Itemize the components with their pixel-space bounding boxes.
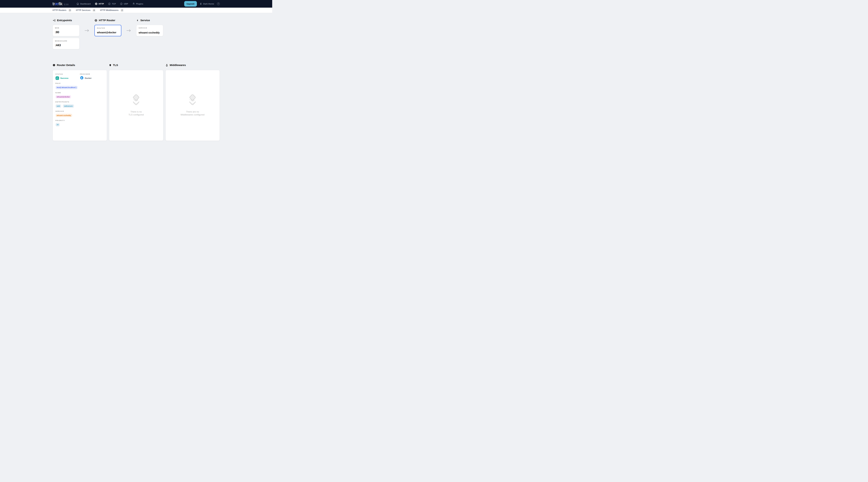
proxy-ball-icon [108, 2, 111, 5]
count-badge: 3 [68, 9, 71, 12]
card-value: :443 [55, 43, 77, 47]
nav-item-label: TCP [112, 3, 116, 5]
middlewares-column: Middlewares There are no Middlewares con… [165, 63, 220, 141]
upgrade-button[interactable]: Upgrade [184, 1, 197, 7]
dark-theme-toggle[interactable]: Dark theme [199, 2, 214, 5]
middlewares-panel: There are no Middlewares configured [165, 70, 220, 141]
flow-arrow [80, 19, 94, 49]
rule-field: RULE Host(`whoami.localhost`) [56, 83, 104, 89]
nav-item-label: HTTP [99, 3, 104, 5]
router-card[interactable]: ROUTER whoami@docker [94, 25, 121, 36]
tls-column: TLS There is no TLS configured [109, 63, 163, 141]
field-label: PRIORITY [56, 120, 104, 121]
version-label: 3.3.6 [64, 3, 69, 6]
top-navbar: træfik 3.3.6 Dashboard HTTP TCP [0, 0, 272, 8]
entrypoint-chip: web [56, 104, 61, 108]
layers-icon [165, 64, 168, 67]
provider-value: Docker [85, 77, 92, 79]
proxy-ball-icon [120, 2, 123, 5]
router-detail-page: Entrypoints WEB :80 WEBSECURE :443 HTTP … [53, 13, 220, 141]
success-check-icon [56, 77, 59, 80]
name-chip: whoami@docker [56, 95, 71, 99]
card-label: WEB [55, 27, 77, 29]
nav-item-tcp[interactable]: TCP [108, 2, 116, 5]
logo-wordmark: træfik [53, 1, 62, 6]
router-column: HTTP Router ROUTER whoami@docker [94, 19, 121, 49]
nav-item-label: UDP [124, 3, 128, 5]
field-label: SERVICE [56, 111, 104, 112]
flow-arrow [121, 19, 136, 49]
entrypoints-field: ENTRYPOINTS web websecure [56, 101, 104, 108]
bolt-icon [136, 19, 139, 22]
flow-diagram: Entrypoints WEB :80 WEBSECURE :443 HTTP … [53, 19, 220, 49]
subnav-http-middlewares[interactable]: HTTP Middlewares 2 [100, 9, 124, 12]
dark-theme-label: Dark theme [203, 3, 214, 5]
field-label: PROVIDER [80, 73, 92, 75]
provider-field: PROVIDER Docker [80, 73, 92, 80]
nav-item-plugins[interactable]: Plugins [132, 2, 144, 5]
nav-item-dashboard[interactable]: Dashboard [76, 2, 91, 5]
service-title: Service [136, 19, 163, 22]
globe-icon [94, 19, 97, 22]
globe-icon [95, 2, 98, 5]
http-router-title: HTTP Router [94, 19, 121, 22]
service-chip: whoami-xxsheddy [56, 114, 72, 117]
field-label: STATUS [56, 73, 80, 75]
subnav-http-routers[interactable]: HTTP Routers 3 [53, 9, 72, 12]
entrypoints-title: Entrypoints [53, 19, 80, 22]
card-value: whoami-xxsheddy [139, 31, 161, 34]
details-row: Router Details STATUS Success PRO [53, 63, 220, 141]
service-field: SERVICE whoami-xxsheddy [56, 111, 104, 117]
shield-icon [109, 64, 112, 67]
empty-layers-icon [187, 94, 198, 106]
status-value: Success [60, 77, 69, 79]
contrast-droplet-icon [199, 2, 202, 5]
service-column: Service SERVICE whoami-xxsheddy [136, 19, 163, 49]
name-field: NAME whoami@docker [56, 92, 104, 99]
middlewares-title: Middlewares [165, 63, 220, 67]
router-details-panel: STATUS Success PROVIDER [53, 70, 107, 141]
entrypoint-card-web: WEB :80 [53, 25, 80, 36]
card-label: SERVICE [139, 27, 161, 29]
docker-icon [80, 76, 84, 80]
cubes-icon [132, 2, 135, 5]
status-field: STATUS Success [56, 73, 80, 80]
priority-field: PRIORITY 24 [56, 120, 104, 126]
service-card: SERVICE whoami-xxsheddy [136, 25, 163, 36]
empty-layers-icon [131, 94, 141, 106]
primary-nav: Dashboard HTTP TCP UDP [76, 2, 143, 5]
nav-item-http[interactable]: HTTP [95, 2, 104, 5]
router-details-title: Router Details [53, 63, 107, 67]
subnav-label: HTTP Services [76, 9, 90, 11]
count-badge: 2 [121, 9, 124, 12]
card-label: WEBSECURE [55, 40, 77, 42]
subnav-label: HTTP Middlewares [100, 9, 118, 11]
http-subnav: HTTP Routers 3 HTTP Services 4 HTTP Midd… [0, 8, 272, 13]
nav-item-udp[interactable]: UDP [120, 2, 128, 5]
priority-chip: 24 [56, 123, 60, 126]
router-details-column: Router Details STATUS Success PRO [53, 63, 107, 141]
empty-state-text: There is no TLS configured [128, 111, 144, 116]
home-icon [76, 2, 79, 5]
field-label: RULE [56, 83, 104, 84]
subnav-label: HTTP Routers [53, 9, 66, 11]
entrypoints-column: Entrypoints WEB :80 WEBSECURE :443 [53, 19, 80, 49]
entrypoint-card-websecure: WEBSECURE :443 [53, 38, 80, 49]
card-label: ROUTER [97, 27, 119, 29]
field-label: NAME [56, 92, 104, 94]
entrypoint-chip: websecure [63, 104, 74, 108]
field-label: ENTRYPOINTS [56, 101, 104, 103]
traefik-logo[interactable]: træfik 3.3.6 [53, 1, 69, 6]
nav-item-label: Plugins [136, 3, 144, 5]
count-badge: 4 [92, 9, 96, 12]
subnav-http-services[interactable]: HTTP Services 4 [76, 9, 96, 12]
card-value: :80 [55, 31, 77, 34]
info-icon [53, 64, 55, 66]
rule-chip: Host(`whoami.localhost`) [56, 86, 78, 89]
help-icon[interactable]: ? [217, 2, 220, 5]
tls-panel: There is no TLS configured [109, 70, 163, 141]
empty-state-text: There are no Middlewares configured [181, 111, 204, 116]
card-value: whoami@docker [97, 31, 119, 34]
tls-title: TLS [109, 63, 163, 67]
nav-item-label: Dashboard [80, 3, 91, 5]
